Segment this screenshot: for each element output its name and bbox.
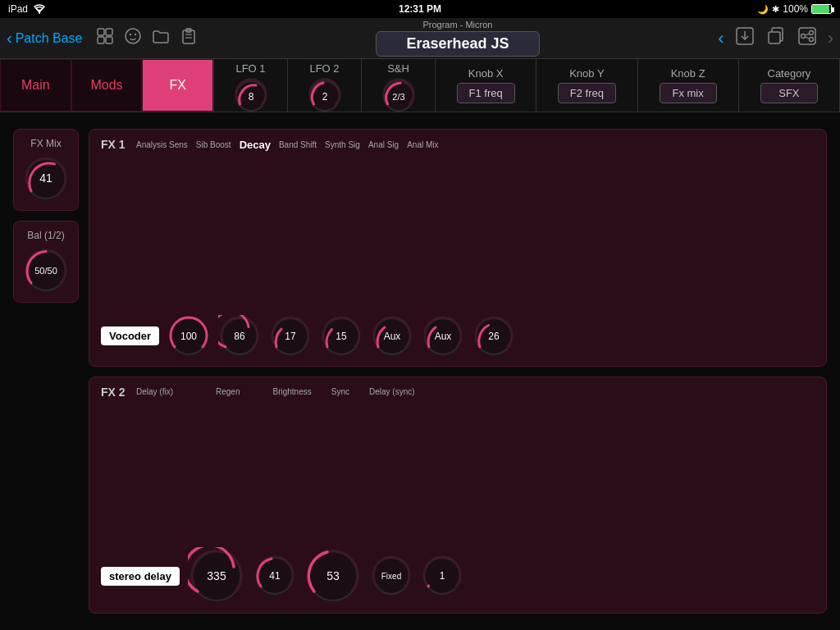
nav-next-button[interactable]: › (828, 28, 833, 49)
bal-knob[interactable]: 50/50 (23, 248, 69, 294)
fx1-type-name[interactable]: Vocoder (101, 326, 159, 345)
copy-icon[interactable] (765, 25, 787, 51)
fx2-label-sync: Sync (331, 387, 349, 396)
svg-text:86: 86 (234, 331, 245, 342)
fx1-label-sib: Sib Boost (196, 140, 231, 149)
fx2-label-brightness: Brightness (272, 387, 311, 396)
fx2-knob-fixed[interactable]: Fixed (370, 555, 413, 597)
svg-point-0 (39, 11, 40, 13)
svg-text:Fixed: Fixed (381, 572, 401, 581)
svg-text:2: 2 (322, 91, 327, 103)
program-name[interactable]: Eraserhead JS (376, 31, 540, 57)
svg-text:15: 15 (336, 331, 347, 342)
svg-text:53: 53 (326, 569, 340, 582)
fx2-knob-1[interactable]: 1 (421, 555, 463, 597)
fx1-header: FX 1 Analysis Sens Sib Boost Decay Band … (101, 138, 815, 151)
category-cell: Category SFX (739, 59, 840, 112)
fx-mix-knob[interactable]: 41 (23, 156, 69, 202)
left-col: FX Mix 41 Bal (1/2) 50/50 (13, 129, 79, 614)
fx2-type-name[interactable]: stereo delay (101, 567, 180, 586)
svg-line-20 (805, 37, 810, 39)
tab-fx[interactable]: FX (142, 59, 213, 112)
svg-rect-3 (98, 37, 104, 43)
nav-back-button[interactable]: ‹ Patch Base (7, 29, 83, 48)
program-sublabel: Program - Micron (422, 20, 492, 30)
lfo2-cell: LFO 2 2 (288, 59, 362, 112)
knobz-value[interactable]: Fx mix (660, 83, 717, 103)
knobx-value[interactable]: F1 freq (457, 83, 515, 103)
wifi-icon (33, 4, 46, 14)
lfo2-knob[interactable]: 2 (307, 78, 343, 108)
fx1-knob-86[interactable]: 86 (218, 315, 261, 358)
svg-text:2/3: 2/3 (392, 92, 404, 102)
fx1-knob-100[interactable]: 100 (167, 315, 210, 358)
svg-line-19 (805, 34, 810, 35)
lfo1-cell: LFO 1 8 (214, 59, 288, 112)
fx1-label-synthsig: Synth Sig (325, 140, 360, 149)
top-nav: ‹ Patch Base Program - Micron Eraserhead… (0, 18, 840, 59)
fx2-knob-53[interactable]: 53 (304, 547, 362, 605)
tab-section-right: LFO 1 8 LFO 2 2 (213, 59, 840, 112)
knoby-value[interactable]: F2 freq (558, 83, 616, 103)
lfo1-knob[interactable]: 8 (233, 78, 269, 108)
fx1-knob-aux2[interactable]: Aux (422, 315, 464, 358)
nav-prev-button[interactable]: ‹ (718, 28, 724, 49)
knobx-cell: Knob X F1 freq (436, 59, 536, 112)
sh-knob[interactable]: 2/3 (381, 78, 417, 108)
fx-mix-label: FX Mix (30, 138, 61, 149)
nav-right-icons: ‹ › (718, 25, 833, 51)
share-icon[interactable] (797, 25, 818, 51)
grid-icon[interactable] (96, 27, 114, 49)
svg-point-6 (129, 34, 130, 35)
fx1-title: FX 1 (101, 138, 130, 151)
category-label: Category (768, 67, 811, 80)
fx1-knob-17[interactable]: 17 (269, 315, 312, 358)
clipboard-icon[interactable] (180, 27, 198, 49)
folder-icon[interactable] (152, 27, 170, 49)
fx-mix-panel: FX Mix 41 (13, 129, 79, 211)
fx2-title: FX 2 (101, 386, 130, 399)
svg-text:Aux: Aux (384, 331, 401, 342)
fx1-panel: FX 1 Analysis Sens Sib Boost Decay Band … (89, 129, 827, 367)
status-bar: iPad 12:31 PM 🌙 ✱ 100% (0, 0, 840, 18)
fx2-knob-335[interactable]: 335 (188, 547, 245, 605)
fx2-label-delay-fix: Delay (fix) (136, 387, 173, 396)
fx2-label-regen: Regen (216, 387, 240, 396)
bal-panel: Bal (1/2) 50/50 (13, 221, 79, 303)
svg-text:26: 26 (488, 331, 500, 342)
knoby-label: Knob Y (569, 67, 604, 80)
svg-rect-2 (106, 29, 112, 35)
category-value[interactable]: SFX (760, 83, 818, 103)
svg-text:50/50: 50/50 (34, 266, 57, 276)
fx1-knob-26[interactable]: 26 (472, 315, 515, 358)
svg-point-16 (809, 31, 813, 35)
svg-point-5 (126, 29, 140, 43)
status-right: 🌙 ✱ 100% (757, 3, 832, 15)
fx1-label-analsig: Anal Sig (368, 140, 399, 149)
svg-text:Aux: Aux (435, 331, 452, 342)
tab-main[interactable]: Main (0, 59, 71, 112)
svg-rect-4 (106, 37, 112, 43)
fx1-label-decay: Decay (240, 139, 271, 151)
fx2-label-delay-sync: Delay (sync) (369, 387, 415, 396)
face-icon[interactable] (124, 27, 142, 49)
tab-section-left: Main Mods FX (0, 59, 213, 112)
tab-mods[interactable]: Mods (71, 59, 143, 112)
knobx-label: Knob X (468, 67, 504, 80)
fx2-panel: FX 2 Delay (fix) Regen Brightness Sync D… (89, 377, 827, 614)
fx2-knob-41[interactable]: 41 (253, 555, 296, 597)
sh-label: S&H (387, 62, 409, 75)
fx1-label-analmix: Anal Mix (407, 140, 438, 149)
svg-text:8: 8 (248, 91, 253, 103)
download-icon[interactable] (734, 25, 756, 51)
right-main: FX 1 Analysis Sens Sib Boost Decay Band … (89, 129, 827, 614)
fx1-knob-aux1[interactable]: Aux (371, 315, 413, 358)
svg-text:1: 1 (440, 570, 445, 582)
main-content: FX Mix 41 Bal (1/2) 50/50 (0, 112, 840, 630)
knobz-cell: Knob Z Fx mix (638, 59, 739, 112)
fx2-knobs-row: stereo delay 335 41 (101, 547, 815, 605)
fx1-knob-15[interactable]: 15 (320, 315, 363, 358)
fx1-label-bandshift: Band Shift (279, 140, 317, 149)
svg-point-17 (801, 34, 805, 39)
knoby-cell: Knob Y F2 freq (536, 59, 637, 112)
